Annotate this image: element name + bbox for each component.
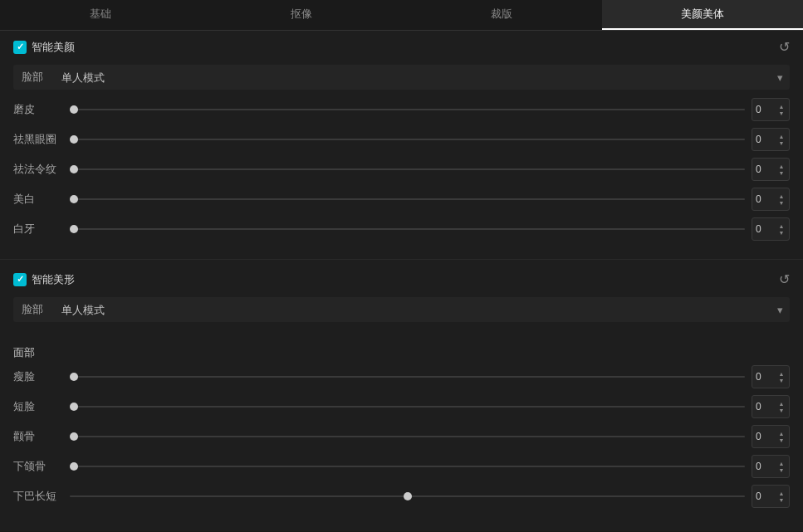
slider-whiten-teeth-value: 0: [756, 223, 761, 235]
slider-chin-length-track-bg: [70, 495, 745, 497]
sub-section-face-label: 面部: [0, 339, 803, 365]
slider-chin-length-value-box: 0 ▲ ▼: [752, 485, 790, 508]
slider-face-short-track[interactable]: [70, 398, 745, 415]
slider-row-chin-length: 下巴长短 0 ▲ ▼: [13, 485, 790, 508]
section-beauty-face-title: 智能美颜: [13, 40, 75, 55]
slider-darken-eyes-value-box: 0 ▲ ▼: [752, 128, 790, 151]
beauty-face-dropdown-arrow-icon: ▾: [777, 71, 790, 84]
slider-mosaic-track[interactable]: [70, 101, 745, 118]
slider-face-width-label: 瘦脸: [13, 369, 63, 384]
slider-whiten-teeth-value-box: 0 ▲ ▼: [752, 217, 790, 241]
slider-cheekbone-spinner: ▲ ▼: [777, 431, 786, 443]
top-tab-bar: 基础 抠像 裁版 美颜美体: [0, 0, 803, 31]
slider-whiten-thumb[interactable]: [70, 195, 78, 203]
section-beauty-shape: 智能美形 ↺ 脸部 单人模式 ▾: [0, 263, 803, 339]
slider-jawbone-down-btn[interactable]: ▼: [777, 467, 786, 473]
slider-darken-eyes-thumb[interactable]: [70, 135, 78, 144]
slider-face-width-thumb[interactable]: [70, 373, 78, 381]
main-content: 智能美颜 ↺ 脸部 单人模式 ▾ 磨皮 0 ▲ ▼: [0, 31, 803, 531]
slider-darken-eyes-track[interactable]: [70, 131, 745, 148]
slider-jawbone-thumb[interactable]: [70, 462, 78, 471]
slider-chin-length-down-btn[interactable]: ▼: [777, 497, 786, 503]
tab-layout[interactable]: 裁版: [402, 0, 603, 30]
beauty-shape-dropdown-label: 脸部: [13, 297, 55, 322]
beauty-face-title-label: 智能美颜: [32, 40, 75, 55]
tab-beauty[interactable]: 美颜美体: [602, 0, 803, 30]
slider-face-short-track-bg: [70, 406, 745, 408]
slider-mosaic-track-bg: [70, 109, 745, 110]
slider-whiten-teeth-spinner: ▲ ▼: [777, 223, 786, 236]
beauty-face-reset-icon[interactable]: ↺: [779, 39, 790, 55]
slider-chin-length-thumb[interactable]: [404, 492, 412, 500]
slider-mosaic-thumb[interactable]: [70, 105, 78, 114]
slider-chin-length-spinner: ▲ ▼: [777, 491, 786, 503]
slider-nasolabial-down-btn[interactable]: ▼: [777, 170, 786, 176]
slider-darken-eyes-up-btn[interactable]: ▲: [777, 134, 786, 139]
beauty-shape-dropdown-arrow-icon: ▾: [777, 304, 790, 316]
slider-face-short-thumb[interactable]: [70, 403, 78, 411]
slider-row-nasolabial: 祛法令纹 0 ▲ ▼: [13, 158, 790, 181]
slider-nasolabial-value-box: 0 ▲ ▼: [752, 158, 790, 181]
slider-nasolabial-thumb[interactable]: [70, 165, 78, 173]
slider-face-short-value-box: 0 ▲ ▼: [752, 395, 790, 418]
slider-whiten-track[interactable]: [70, 191, 745, 207]
slider-face-short-spinner: ▲ ▼: [777, 401, 786, 413]
slider-row-cheekbone: 颧骨 0 ▲ ▼: [13, 425, 790, 448]
slider-whiten-down-btn[interactable]: ▼: [777, 200, 786, 206]
beauty-face-dropdown-row: 脸部 单人模式 ▾: [13, 65, 790, 90]
slider-chin-length-value: 0: [756, 491, 761, 502]
slider-face-width-track[interactable]: [70, 368, 745, 385]
slider-cheekbone-value-box: 0 ▲ ▼: [752, 425, 790, 448]
slider-face-width-down-btn[interactable]: ▼: [777, 378, 786, 383]
slider-chin-length-track[interactable]: [70, 488, 745, 505]
beauty-face-checkbox[interactable]: [13, 41, 27, 54]
slider-chin-length-up-btn[interactable]: ▲: [777, 491, 786, 496]
slider-whiten-value-box: 0 ▲ ▼: [752, 188, 790, 211]
slider-darken-eyes-down-btn[interactable]: ▼: [777, 140, 786, 146]
beauty-shape-title-label: 智能美形: [32, 272, 75, 287]
slider-cheekbone-thumb[interactable]: [70, 432, 78, 441]
slider-cheekbone-down-btn[interactable]: ▼: [777, 437, 786, 443]
slider-mosaic-spinner: ▲ ▼: [777, 104, 786, 116]
slider-whiten-teeth-up-btn[interactable]: ▲: [777, 223, 786, 229]
slider-cheekbone-track[interactable]: [70, 428, 745, 445]
slider-whiten-value: 0: [756, 193, 761, 205]
slider-mosaic-down-btn[interactable]: ▼: [777, 110, 786, 116]
beauty-face-mode-select[interactable]: 单人模式: [55, 66, 777, 89]
tab-portrait[interactable]: 抠像: [201, 0, 402, 30]
slider-face-width-up-btn[interactable]: ▲: [777, 371, 786, 377]
slider-face-width-value-box: 0 ▲ ▼: [752, 365, 790, 388]
slider-whiten-teeth-track[interactable]: [70, 221, 745, 237]
slider-row-darken-eyes: 祛黑眼圈 0 ▲ ▼: [13, 128, 790, 151]
slider-row-face-width: 瘦脸 0 ▲ ▼: [13, 365, 790, 388]
section-beauty-face: 智能美颜 ↺ 脸部 单人模式 ▾ 磨皮 0 ▲ ▼: [0, 31, 803, 256]
beauty-shape-reset-icon[interactable]: ↺: [779, 271, 790, 287]
beauty-shape-mode-select[interactable]: 单人模式: [55, 299, 777, 321]
slider-face-width-track-bg: [70, 376, 745, 378]
slider-mosaic-up-btn[interactable]: ▲: [777, 104, 786, 110]
slider-face-short-down-btn[interactable]: ▼: [777, 408, 786, 413]
slider-jawbone-track-bg: [70, 466, 745, 467]
slider-whiten-teeth-label: 白牙: [13, 222, 63, 237]
slider-nasolabial-spinner: ▲ ▼: [777, 164, 786, 176]
slider-nasolabial-up-btn[interactable]: ▲: [777, 164, 786, 169]
slider-cheekbone-up-btn[interactable]: ▲: [777, 431, 786, 437]
beauty-face-dropdown-label: 脸部: [13, 65, 55, 90]
section-divider: [0, 259, 803, 260]
slider-row-whiten-teeth: 白牙 0 ▲ ▼: [13, 217, 790, 241]
slider-face-width-value: 0: [756, 371, 761, 383]
slider-face-short-value: 0: [756, 401, 761, 412]
slider-whiten-teeth-thumb[interactable]: [70, 225, 78, 233]
slider-whiten-up-btn[interactable]: ▲: [777, 193, 786, 199]
slider-cheekbone-track-bg: [70, 436, 745, 437]
slider-jawbone-up-btn[interactable]: ▲: [777, 461, 786, 466]
slider-nasolabial-track[interactable]: [70, 161, 745, 178]
slider-face-short-up-btn[interactable]: ▲: [777, 401, 786, 407]
beauty-shape-checkbox[interactable]: [13, 273, 27, 286]
slider-row-jawbone: 下颌骨 0 ▲ ▼: [13, 455, 790, 478]
slider-whiten-label: 美白: [13, 192, 63, 207]
tab-basic[interactable]: 基础: [0, 0, 201, 30]
slider-whiten-teeth-down-btn[interactable]: ▼: [777, 230, 786, 236]
slider-jawbone-track[interactable]: [70, 458, 745, 475]
slider-darken-eyes-spinner: ▲ ▼: [777, 134, 786, 146]
